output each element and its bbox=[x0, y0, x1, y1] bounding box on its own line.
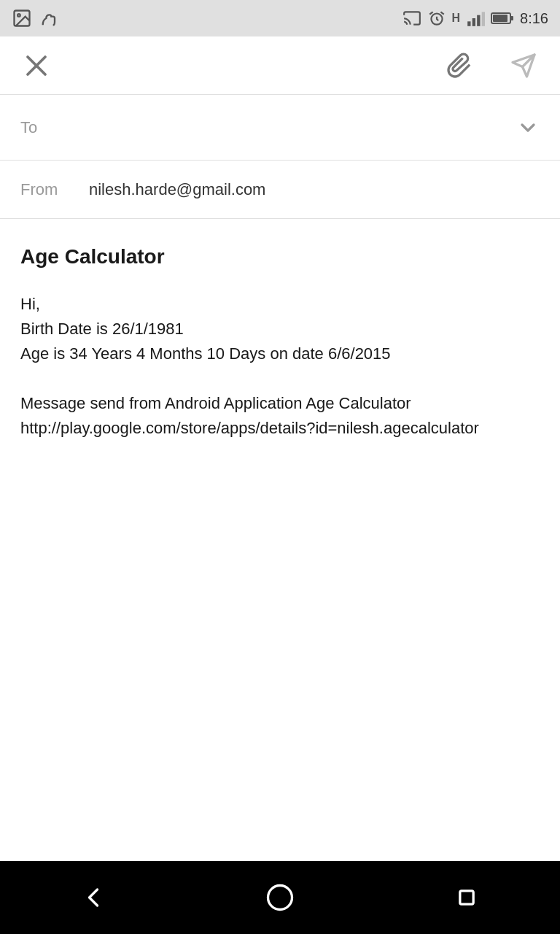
close-button[interactable] bbox=[18, 47, 55, 85]
llama-icon bbox=[39, 8, 60, 28]
to-label: To bbox=[20, 118, 37, 137]
attach-button[interactable] bbox=[440, 47, 478, 85]
svg-line-5 bbox=[440, 12, 443, 14]
svg-rect-18 bbox=[460, 891, 473, 904]
send-button[interactable] bbox=[505, 47, 542, 85]
back-button[interactable] bbox=[77, 881, 109, 914]
svg-rect-7 bbox=[472, 18, 475, 26]
status-bar-right-icons: H 8:16 bbox=[402, 9, 549, 28]
email-body: Age Calculator Hi, Birth Date is 26/1/19… bbox=[0, 219, 560, 861]
email-subject: Age Calculator bbox=[20, 245, 540, 269]
to-field[interactable]: To bbox=[0, 95, 560, 161]
from-email: nilesh.harde@gmail.com bbox=[89, 180, 265, 199]
svg-rect-12 bbox=[493, 15, 508, 22]
status-bar-left-icons bbox=[12, 8, 60, 28]
home-button[interactable] bbox=[264, 881, 296, 914]
recent-apps-button[interactable] bbox=[451, 881, 483, 914]
cast-icon bbox=[402, 9, 421, 28]
toolbar bbox=[0, 36, 560, 95]
nav-bar bbox=[0, 861, 560, 934]
svg-line-4 bbox=[429, 12, 432, 14]
toolbar-right bbox=[440, 47, 542, 85]
from-field: From nilesh.harde@gmail.com bbox=[0, 161, 560, 219]
svg-rect-6 bbox=[467, 21, 470, 26]
status-bar: H 8:16 bbox=[0, 0, 560, 36]
network-h-icon: H bbox=[452, 12, 461, 25]
svg-rect-11 bbox=[510, 16, 513, 20]
email-content: Hi, Birth Date is 26/1/1981 Age is 34 Ye… bbox=[20, 292, 540, 441]
play-store-link[interactable]: http://play.google.com/store/apps/detail… bbox=[20, 419, 479, 437]
from-label: From bbox=[20, 180, 71, 199]
svg-rect-8 bbox=[477, 15, 480, 26]
svg-point-17 bbox=[268, 886, 292, 910]
signal-bars-icon bbox=[466, 9, 485, 28]
status-time: 8:16 bbox=[520, 10, 548, 27]
svg-rect-9 bbox=[482, 12, 485, 26]
chevron-down-icon bbox=[516, 116, 540, 139]
alarm-icon bbox=[427, 9, 446, 28]
battery-icon bbox=[491, 9, 514, 28]
svg-point-1 bbox=[18, 14, 20, 17]
picture-icon bbox=[12, 8, 32, 28]
